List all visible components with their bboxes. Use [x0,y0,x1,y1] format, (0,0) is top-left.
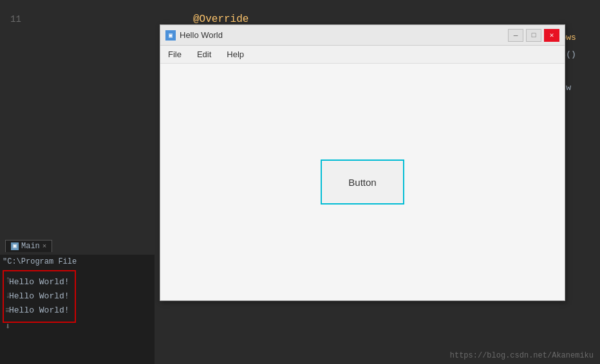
dialog-main-button[interactable]: Button [321,159,404,205]
left-scroll-icons: ↑ ↓ ≡ ⬇ [5,275,10,332]
menu-edit[interactable]: Edit [194,48,214,60]
menu-file[interactable]: File [165,48,184,60]
console-area: "C:\Program File Hello World! Hello Worl… [0,255,155,364]
tab-icon: ▣ [11,242,19,250]
line-number: 11 [10,14,21,24]
minimize-button[interactable]: — [508,29,523,42]
output-line-2: Hello World! [9,289,70,304]
main-tab[interactable]: ▣ Main × [5,240,52,252]
scroll-up-icon[interactable]: ↑ [5,275,10,285]
dialog-icon: ▣ [165,30,176,41]
tab-label: Main [21,242,40,251]
maximize-button[interactable]: □ [526,29,541,42]
wrap-icon[interactable]: ≡ [5,305,10,316]
close-button[interactable]: ✕ [544,29,559,42]
window-controls: — □ ✕ [508,29,559,42]
console-path: "C:\Program File [3,257,152,266]
dialog-content: Button [160,64,565,300]
output-line-1: Hello World! [9,275,70,289]
download-icon[interactable]: ⬇ [5,321,10,332]
line-number-area: 11 [0,0,155,39]
override-annotation: @Override [193,14,248,25]
scroll-down-icon[interactable]: ↓ [5,290,10,300]
menu-help[interactable]: Help [224,48,247,60]
attribution-text: https://blog.csdn.net/Akanemiku [450,351,594,360]
tab-close-icon[interactable]: × [42,242,47,250]
dialog-menubar: File Edit Help [160,46,565,64]
dialog-title: Hello World [180,30,504,40]
output-line-3: Hello World! [9,304,70,318]
dialog-icon-label: ▣ [169,32,173,39]
output-box: Hello World! Hello World! Hello World! [3,270,76,323]
console-tab-bar: ▣ Main × [0,237,155,255]
hello-world-dialog: ▣ Hello World — □ ✕ File Edit Help Butto… [160,24,565,301]
dialog-titlebar: ▣ Hello World — □ ✕ [160,25,565,46]
